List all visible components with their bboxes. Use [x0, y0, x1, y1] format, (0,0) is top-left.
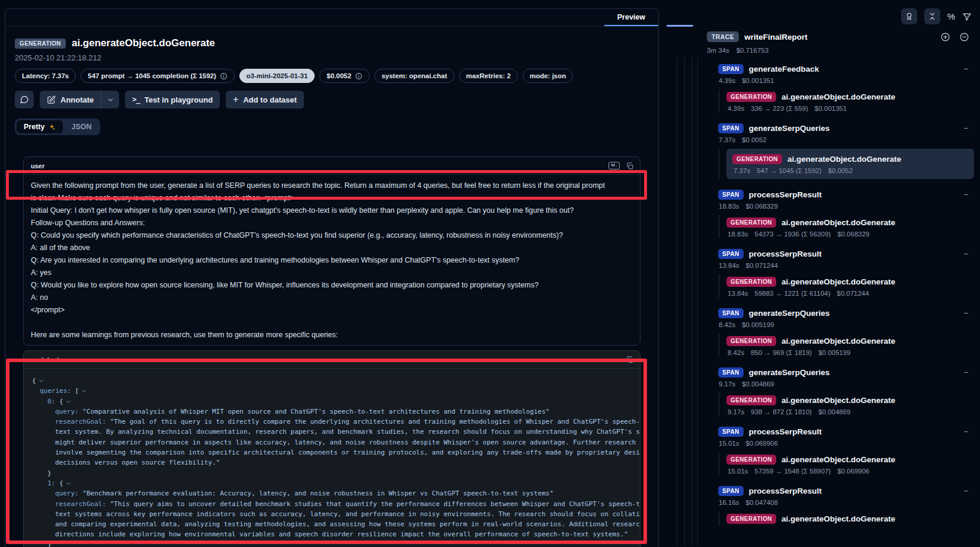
span-row[interactable]: SPANgenerateSerpQueries−	[718, 121, 980, 135]
copy-icon[interactable]	[626, 356, 634, 364]
span-row[interactable]: SPANprocessSerpResult−	[718, 188, 980, 201]
collapse-node-icon[interactable]: −	[963, 65, 968, 73]
terminal-icon: >_	[132, 95, 139, 104]
trace-header-row[interactable]: TRACE writeFinalReport	[667, 24, 980, 42]
trace-tree-node: SPANgenerateFeedback−4.39s$0.001351GENER…	[718, 62, 980, 121]
generation-row[interactable]: GENERATIONai.generateObject.doGenerate	[726, 394, 980, 407]
comment-button[interactable]	[15, 91, 34, 108]
percent-toggle[interactable]: %	[947, 11, 955, 21]
generation-row[interactable]: GENERATIONai.generateObject.doGenerate	[732, 152, 968, 165]
generation-type-badge: GENERATION	[726, 395, 776, 405]
collapse-node-icon[interactable]: −	[963, 309, 968, 318]
generation-tokens: 850 → 969 (Σ 1819)	[751, 349, 812, 356]
info-icon[interactable]	[220, 72, 228, 80]
zoom-out-icon[interactable]	[959, 32, 969, 42]
generation-stats: 8.42s850 → 969 (Σ 1819)$0.005199	[728, 349, 980, 356]
panel-resize-indicator[interactable]	[667, 25, 693, 27]
tab-json[interactable]: JSON	[64, 120, 98, 133]
generation-tokens: 57359 → 1548 (Σ 58907)	[755, 468, 831, 475]
span-duration: 18.83s	[719, 203, 739, 210]
span-row[interactable]: SPANprocessSerpResult−	[718, 425, 980, 438]
annotate-dropdown-button[interactable]	[101, 91, 119, 108]
json-line: researchGoal: "The goal of this query is…	[32, 417, 634, 427]
message-role-label: user	[31, 162, 44, 169]
meta-badge[interactable]: o3-mini-2025-01-31	[239, 69, 315, 83]
generation-row[interactable]: GENERATIONai.generateObject.doGenerate	[726, 216, 980, 229]
collapse-chevron-icon[interactable]	[66, 399, 70, 403]
trace-tree-node: SPANprocessSerpResult−13.84s$0.071244GEN…	[718, 247, 980, 306]
span-row[interactable]: SPANprocessSerpResult−	[718, 247, 980, 260]
span-stats: 18.83s$0.068329	[719, 203, 980, 210]
add-to-dataset-button[interactable]: + Add to dataset	[226, 91, 304, 108]
tab-preview[interactable]: Preview	[604, 9, 658, 26]
span-row[interactable]: SPANgenerateSerpQueries−	[718, 306, 980, 319]
user-message-line: </prompt>	[31, 304, 634, 316]
generation-row[interactable]: GENERATIONai.generateObject.doGenerate	[726, 453, 980, 466]
generation-row[interactable]: GENERATIONai.generateObject.doGenerate	[726, 512, 980, 525]
json-line: researchGoal: "This query aims to uncove…	[32, 499, 634, 509]
collapse-node-icon[interactable]: −	[963, 487, 968, 495]
assistant-message-card: assistant {queries: [0: {query: "Compara…	[23, 350, 640, 547]
collapse-node-icon[interactable]: −	[963, 190, 968, 199]
generation-node[interactable]: GENERATIONai.generateObject.doGenerate7.…	[726, 149, 974, 179]
span-row[interactable]: SPANgenerateSerpQueries−	[718, 366, 980, 379]
generation-type-badge: GENERATION	[732, 154, 782, 164]
observation-header: GENERATION ai.generateObject.doGenerate	[15, 37, 644, 49]
json-punct: }	[47, 541, 52, 547]
test-playground-button[interactable]: >_ Test in playground	[125, 91, 220, 108]
meta-badges-row: Latency: 7.37s547 prompt → 1045 completi…	[15, 69, 644, 83]
message-header-icons	[626, 356, 634, 364]
generation-node[interactable]: GENERATIONai.generateObject.doGenerate4.…	[726, 89, 980, 113]
span-row[interactable]: SPANprocessSerpResult−	[718, 484, 980, 497]
meta-badge-label: mode: json	[530, 72, 566, 79]
observation-detail-panel: Preview GENERATION ai.generateObject.doG…	[5, 8, 659, 547]
annotation-award-button[interactable]	[901, 8, 917, 24]
collapse-vertical-icon	[928, 12, 937, 21]
json-string: directions include exploring how environ…	[55, 530, 628, 538]
collapse-chevron-icon[interactable]	[39, 378, 43, 382]
generation-row[interactable]: GENERATIONai.generateObject.doGenerate	[726, 334, 980, 347]
generation-node[interactable]: GENERATIONai.generateObject.doGenerate	[726, 511, 980, 526]
filter-button[interactable]	[962, 12, 972, 21]
collapse-chevron-icon[interactable]	[82, 388, 86, 392]
collapse-all-button[interactable]	[924, 8, 940, 24]
generation-name: ai.generateObject.doGenerate	[782, 455, 895, 464]
collapse-node-icon[interactable]: −	[963, 249, 968, 258]
json-line: directions include exploring how environ…	[32, 529, 634, 539]
json-line: decisions versus open source flexibility…	[32, 458, 634, 468]
generation-node[interactable]: GENERATIONai.generateObject.doGenerate18…	[726, 215, 980, 238]
span-cost: $0.069906	[746, 440, 778, 447]
annotate-button[interactable]: Annotate	[40, 91, 101, 108]
generation-row[interactable]: GENERATIONai.generateObject.doGenerate	[726, 275, 980, 288]
generation-row[interactable]: GENERATIONai.generateObject.doGenerate	[726, 90, 980, 103]
collapse-node-icon[interactable]: −	[963, 368, 968, 377]
user-message-card: user M↓ Given the following prompt from …	[23, 156, 640, 346]
generation-node[interactable]: GENERATIONai.generateObject.doGenerate13…	[726, 274, 980, 298]
span-row[interactable]: SPANgenerateFeedback−	[718, 62, 980, 75]
copy-icon[interactable]	[626, 162, 634, 170]
generation-node[interactable]: GENERATIONai.generateObject.doGenerate9.…	[726, 393, 980, 416]
json-string: "The goal of this query is to directly c…	[110, 418, 640, 426]
collapse-node-icon[interactable]: −	[963, 427, 968, 436]
generation-node[interactable]: GENERATIONai.generateObject.doGenerate15…	[726, 452, 980, 475]
generation-duration: 18.83s	[728, 231, 748, 238]
message-role-label: assistant	[31, 356, 59, 363]
user-message-line: Initial Query: I don't get how whisper i…	[31, 204, 634, 217]
json-line: }	[32, 468, 634, 478]
generation-type-badge: GENERATION	[726, 277, 776, 287]
markdown-toggle-icon[interactable]: M↓	[609, 162, 620, 169]
plus-icon: +	[233, 95, 238, 104]
tab-pretty[interactable]: Pretty	[17, 120, 63, 133]
page-title: ai.generateObject.doGenerate	[72, 37, 215, 49]
span-name: processSerpResult	[749, 487, 822, 495]
info-icon[interactable]	[355, 72, 363, 80]
collapse-node-icon[interactable]: −	[963, 124, 968, 133]
collapse-chevron-icon[interactable]	[66, 481, 70, 485]
span-type-badge: SPAN	[718, 308, 744, 318]
generation-stats: 7.37s547 → 1045 (Σ 1592)$0.0052	[734, 167, 968, 174]
json-key: query:	[55, 490, 82, 497]
zoom-in-icon[interactable]	[940, 32, 950, 42]
generation-node[interactable]: GENERATIONai.generateObject.doGenerate8.…	[726, 334, 980, 357]
trace-span-tree: SPANgenerateFeedback−4.39s$0.001351GENER…	[667, 62, 980, 535]
meta-badge: 547 prompt → 1045 completion (Σ 1592)	[81, 69, 235, 83]
